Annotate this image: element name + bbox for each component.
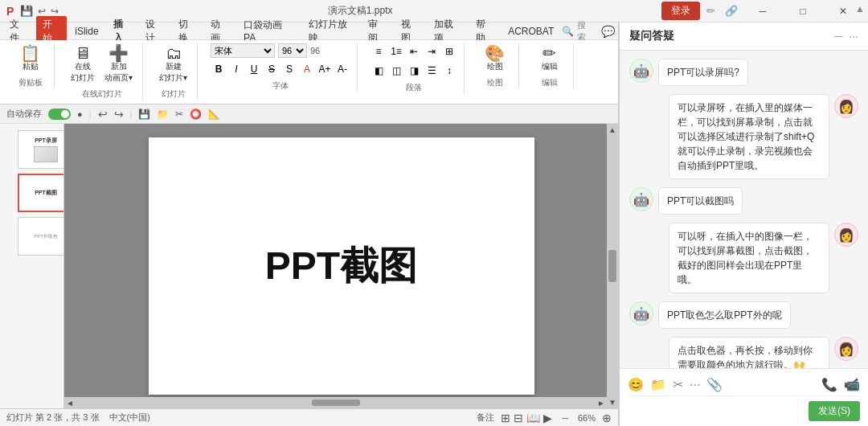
ribbon-drawing: 🎨 绘图 绘图 xyxy=(471,43,519,88)
align-right-button[interactable]: ◨ xyxy=(406,63,422,79)
chat-input[interactable] xyxy=(628,402,809,421)
msg-q1: PPT可以录屏吗? xyxy=(658,59,748,86)
scroll-left-arrow[interactable]: ◄ xyxy=(66,399,74,408)
menu-acrobat[interactable]: ACROBAT xyxy=(502,24,560,39)
normal-view-icon[interactable]: ⊞ xyxy=(501,412,510,424)
autosave-toggle[interactable] xyxy=(48,109,71,120)
font-size-value: 96 xyxy=(310,46,320,55)
scroll-thumb-h[interactable] xyxy=(312,399,360,406)
maximize-button[interactable]: □ xyxy=(784,0,821,23)
slide-main-title: PPT截图 xyxy=(265,240,417,292)
slide-canvas[interactable]: PPT截图 xyxy=(149,137,534,395)
indent-decrease-button[interactable]: ⇤ xyxy=(406,43,422,59)
toolbar-icon-4[interactable]: ⭕ xyxy=(190,109,202,120)
slide-thumb-1[interactable]: PPT录屏 xyxy=(18,130,64,169)
toolbar-icon-2[interactable]: 📁 xyxy=(157,109,169,120)
font-size-down-button[interactable]: A- xyxy=(334,61,350,77)
bullet-list-button[interactable]: ≡ xyxy=(371,43,387,59)
share-icon[interactable]: 🔗 xyxy=(725,5,738,17)
slide-3-wrapper: 3 PPT外取色 xyxy=(3,217,60,256)
editing-icon: ✏ xyxy=(542,45,556,61)
ribbon-expand[interactable]: ▲ xyxy=(855,3,865,14)
drawing-button[interactable]: 🎨 绘图 xyxy=(481,43,508,74)
attach-icon[interactable]: 📎 xyxy=(706,377,723,392)
align-justify-button[interactable]: ☰ xyxy=(424,63,440,79)
ai-avatar-2: 🤖 xyxy=(629,187,653,211)
user-avatar-2: 👩 xyxy=(834,223,858,247)
redo-icon[interactable]: ↪ xyxy=(51,6,59,17)
list-buttons: ≡ 1≡ ⇤ ⇥ ⊞ xyxy=(371,43,457,59)
slide-thumb-3[interactable]: PPT外取色 xyxy=(18,217,64,256)
language-label: 中文(中国) xyxy=(109,412,150,424)
new-slide-btn[interactable]: ➕ 新加动画页▾ xyxy=(101,43,136,85)
slide-1-content: PPT录屏 xyxy=(18,131,64,168)
undo-icon[interactable]: ↩ xyxy=(38,6,46,17)
user-avatar-1: 👩 xyxy=(834,94,858,118)
zoom-fit-button[interactable]: ⊕ xyxy=(602,412,612,424)
editing-button[interactable]: ✏ 编辑 xyxy=(538,43,561,74)
slide-sorter-icon[interactable]: ⊟ xyxy=(514,412,523,424)
canvas-scrollbar-v[interactable]: ▲ ▼ xyxy=(607,124,618,408)
align-center-button[interactable]: ◫ xyxy=(388,63,404,79)
ribbon-online-slides: 🖥 在线幻灯片 ➕ 新加动画页▾ 在线幻灯片 xyxy=(61,43,143,100)
menu-islide[interactable]: iSlide xyxy=(68,24,104,39)
toolbar-icon-3[interactable]: ✂ xyxy=(175,109,183,120)
search-icon: 🔍 xyxy=(562,26,574,37)
sign-in-button[interactable]: 登录 xyxy=(661,2,700,20)
font-size-up-button[interactable]: A+ xyxy=(317,61,333,77)
align-left-button[interactable]: ◧ xyxy=(371,63,387,79)
comment-icon[interactable]: 💬 xyxy=(601,25,615,38)
cut-icon[interactable]: ✂ xyxy=(673,377,683,392)
minimize-button[interactable]: ─ xyxy=(744,0,781,23)
undo-button[interactable]: ↩ xyxy=(98,108,108,121)
font-label: 字体 xyxy=(272,80,289,92)
slideshow-icon[interactable]: ▶ xyxy=(543,412,552,424)
send-button[interactable]: 发送(S) xyxy=(809,401,860,421)
scroll-up-arrow[interactable]: ▲ xyxy=(608,125,616,134)
font-family-select[interactable]: 宋体 xyxy=(211,43,275,58)
ppt-area: 文件 开始 iSlide 插入 设计 切换 动画 口袋动画 PA 幻灯片放映 审… xyxy=(0,23,619,426)
line-spacing-button[interactable]: ↕ xyxy=(441,63,457,79)
pen-icon[interactable]: ✏ xyxy=(706,5,715,17)
online-icon: 🖥 xyxy=(75,45,91,61)
toolbar-icon-5[interactable]: 📐 xyxy=(208,109,220,120)
more-icon[interactable]: ··· xyxy=(690,378,700,392)
chat-minimize-icon[interactable]: ─ xyxy=(834,30,842,43)
shadow-button[interactable]: S xyxy=(281,61,297,77)
canvas-scrollbar-h[interactable]: ◄ ► xyxy=(64,397,607,408)
underline-button[interactable]: U xyxy=(246,61,262,77)
column-button[interactable]: ⊞ xyxy=(441,43,457,59)
reading-view-icon[interactable]: 📖 xyxy=(526,412,540,424)
save-icon[interactable]: 💾 xyxy=(20,5,33,17)
chat-toolbar: 😊 📁 ✂ ··· 📎 📞 📹 xyxy=(628,374,860,396)
paste-button[interactable]: 📋 粘贴 xyxy=(17,43,43,74)
italic-button[interactable]: I xyxy=(228,61,244,77)
video-icon[interactable]: 📹 xyxy=(844,377,860,392)
file-icon[interactable]: 📁 xyxy=(650,377,666,392)
numbered-list-button[interactable]: 1≡ xyxy=(388,43,404,59)
emoji-icon[interactable]: 😊 xyxy=(628,377,644,392)
font-size-select[interactable]: 96 xyxy=(278,43,307,58)
zoom-separator: ─ xyxy=(562,413,568,423)
notes-button[interactable]: 备注 xyxy=(477,412,494,424)
scroll-thumb-v[interactable] xyxy=(608,250,616,282)
phone-icon[interactable]: 📞 xyxy=(821,377,837,392)
font-color-button[interactable]: A xyxy=(299,61,315,77)
online-slide-btn[interactable]: 🖥 在线幻灯片 xyxy=(68,43,98,85)
bold-button[interactable]: B xyxy=(211,61,227,77)
chat-more-icon[interactable]: ··· xyxy=(849,30,858,43)
align-buttons: ◧ ◫ ◨ ☰ ↕ xyxy=(371,63,457,79)
slide-1-title: PPT录屏 xyxy=(35,137,57,145)
indent-increase-button[interactable]: ⇥ xyxy=(424,43,440,59)
paste-icon: 📋 xyxy=(20,45,40,61)
online-label: 在线幻灯片 xyxy=(71,61,95,84)
scroll-down-arrow[interactable]: ▼ xyxy=(608,398,616,407)
slide-3-title: PPT外取色 xyxy=(34,233,58,240)
strikethrough-button[interactable]: S xyxy=(264,61,280,77)
toolbar-icon-1[interactable]: 💾 xyxy=(138,109,150,120)
slide-thumb-2[interactable]: PPT截图 xyxy=(18,174,64,212)
scroll-right-arrow[interactable]: ► xyxy=(597,399,605,408)
msg-q2: PPT可以截图吗 xyxy=(658,187,743,215)
redo-button[interactable]: ↪ xyxy=(114,108,124,121)
new-slide-big-btn[interactable]: 🗂 新建幻灯片▾ xyxy=(156,43,190,85)
